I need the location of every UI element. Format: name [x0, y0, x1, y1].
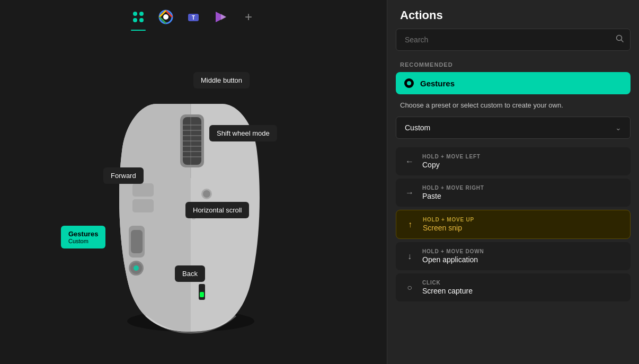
search-button[interactable]	[616, 34, 624, 45]
custom-dropdown-label: Custom	[405, 123, 430, 132]
action-name-screen-capture: Screen capture	[422, 287, 473, 295]
mouse-container: logi Middle button	[0, 34, 387, 364]
arrow-up-icon: ↑	[405, 220, 415, 229]
action-content-screen-snip: HOLD + MOVE UP Screen snip	[423, 217, 474, 232]
app-bar: T +	[0, 0, 387, 34]
action-subtitle-paste: HOLD + MOVE RIGHT	[422, 185, 484, 191]
search-icon	[616, 34, 624, 43]
svg-rect-21	[132, 199, 154, 212]
callout-horizontal-scroll[interactable]: Horizontal scroll	[185, 202, 249, 218]
click-icon: ○	[404, 283, 415, 292]
action-name-copy: Copy	[422, 161, 481, 169]
svg-point-26	[203, 190, 210, 198]
arrow-right-icon: →	[404, 188, 415, 198]
action-subtitle-copy: HOLD + MOVE LEFT	[422, 154, 481, 159]
action-item-screen-snip[interactable]: ↑ HOLD + MOVE UP Screen snip	[396, 210, 631, 239]
preset-description: Choose a preset or select custom to crea…	[387, 101, 639, 117]
svg-rect-20	[132, 183, 154, 197]
app-icon-chrome[interactable]	[156, 7, 175, 26]
panel-header: Actions	[387, 0, 639, 29]
svg-point-3	[139, 18, 144, 22]
mouse-image: logi Middle button	[93, 61, 294, 337]
search-input[interactable]	[396, 29, 631, 51]
app-icon-teams[interactable]: T	[184, 7, 203, 26]
mouse-svg: logi	[93, 61, 294, 337]
svg-text:T: T	[192, 15, 195, 21]
action-name-paste: Paste	[422, 192, 484, 200]
svg-point-2	[133, 18, 137, 22]
svg-rect-23	[131, 230, 143, 253]
action-subtitle-open-application: HOLD + MOVE DOWN	[422, 248, 484, 254]
action-item-screen-capture[interactable]: ○ CLICK Screen capture	[396, 273, 631, 301]
svg-rect-28	[200, 292, 204, 297]
action-content-paste: HOLD + MOVE RIGHT Paste	[422, 185, 484, 200]
callout-gestures-label: Gestures	[68, 230, 98, 238]
callout-gestures-sublabel: Custom	[68, 238, 98, 244]
svg-point-32	[134, 265, 139, 271]
chevron-down-icon: ⌄	[615, 123, 622, 132]
action-content-copy: HOLD + MOVE LEFT Copy	[422, 154, 481, 169]
callout-gestures[interactable]: Gestures Custom	[61, 226, 105, 248]
action-list: ← HOLD + MOVE LEFT Copy → HOLD + MOVE RI…	[387, 147, 639, 364]
callout-middle-button[interactable]: Middle button	[193, 72, 250, 88]
action-name-screen-snip: Screen snip	[423, 224, 474, 232]
panel-title: Actions	[400, 8, 626, 22]
callout-back[interactable]: Back	[175, 265, 205, 282]
gestures-recommended-item[interactable]: Gestures	[396, 72, 631, 94]
svg-point-1	[139, 12, 144, 16]
action-item-paste[interactable]: → HOLD + MOVE RIGHT Paste	[396, 179, 631, 207]
app-icon-visual-studio[interactable]	[211, 7, 230, 26]
left-panel: T +	[0, 0, 387, 364]
recommended-label: RECOMMENDED	[387, 55, 639, 72]
svg-point-0	[133, 12, 137, 16]
callout-shift-wheel[interactable]: Shift wheel mode	[209, 125, 277, 141]
action-name-open-application: Open application	[422, 255, 484, 264]
callout-forward[interactable]: Forward	[103, 167, 144, 184]
custom-dropdown[interactable]: Custom ⌄	[396, 117, 631, 139]
arrow-left-icon: ←	[404, 157, 415, 166]
action-subtitle-screen-capture: CLICK	[422, 280, 473, 286]
action-subtitle-screen-snip: HOLD + MOVE UP	[423, 217, 474, 223]
svg-marker-9	[221, 14, 226, 20]
svg-line-34	[622, 40, 624, 42]
gestures-item-label: Gestures	[420, 79, 455, 88]
right-panel: Actions RECOMMENDED Gestures Choose a pr…	[387, 0, 639, 364]
app-icon-logitech[interactable]	[129, 7, 148, 26]
gestures-radio	[404, 78, 414, 88]
action-content-screen-capture: CLICK Screen capture	[422, 280, 473, 295]
action-item-open-application[interactable]: ↓ HOLD + MOVE DOWN Open application	[396, 242, 631, 270]
add-app-button[interactable]: +	[239, 7, 258, 26]
action-content-open-application: HOLD + MOVE DOWN Open application	[422, 248, 484, 264]
gestures-radio-inner	[407, 81, 411, 85]
arrow-down-icon: ↓	[404, 252, 415, 261]
search-container	[396, 29, 631, 51]
action-item-copy[interactable]: ← HOLD + MOVE LEFT Copy	[396, 147, 631, 175]
svg-point-5	[163, 14, 168, 20]
